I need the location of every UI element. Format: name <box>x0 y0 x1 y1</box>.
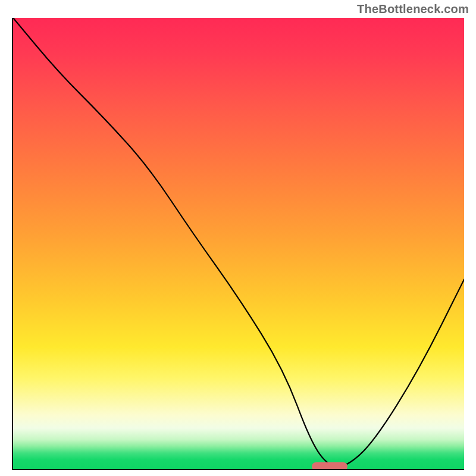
plot-area <box>12 18 464 470</box>
curve-layer <box>13 18 464 469</box>
chart-frame: TheBottleneck.com <box>0 0 476 476</box>
optimal-marker <box>312 462 348 470</box>
bottleneck-curve <box>13 18 464 466</box>
watermark-text: TheBottleneck.com <box>357 2 469 16</box>
